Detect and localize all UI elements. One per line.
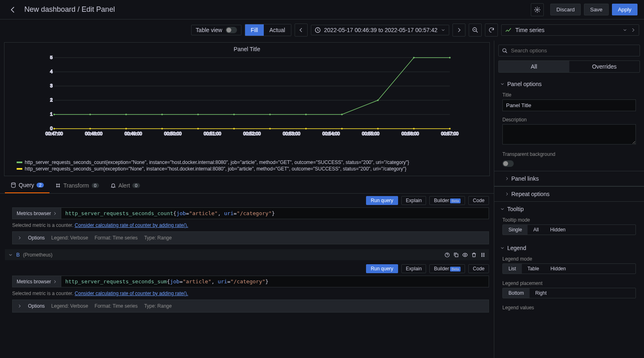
svg-text:00:49:00: 00:49:00 — [125, 131, 142, 136]
tab-label: Alert — [118, 182, 130, 189]
run-query-button[interactable]: Run query — [366, 264, 398, 273]
refresh-button[interactable] — [485, 24, 498, 37]
search-icon — [502, 48, 508, 54]
section-panel-links[interactable]: Panel links — [494, 171, 644, 186]
chevron-right-icon — [456, 27, 462, 33]
query-datasource: (Prometheus) — [23, 252, 53, 258]
help-icon[interactable] — [444, 252, 450, 258]
chevron-right-icon — [17, 304, 22, 308]
options-search[interactable] — [498, 45, 640, 56]
code-mode-button[interactable]: Code — [468, 264, 489, 273]
time-range-forward-button[interactable] — [452, 24, 465, 37]
svg-text:00:55:00: 00:55:00 — [362, 131, 379, 136]
tooltip-mode-group: Single All Hidden — [502, 224, 636, 235]
chevron-right-icon — [631, 28, 635, 32]
trash-icon[interactable] — [471, 252, 477, 258]
legend-mode-list[interactable]: List — [503, 264, 522, 274]
panel-title-input[interactable] — [502, 99, 636, 111]
query-options-row[interactable]: Options Legend: Verbose Format: Time ser… — [12, 231, 489, 244]
time-range-picker[interactable]: 2022-05-17 00:46:39 to 2022-05-17 00:57:… — [311, 25, 449, 35]
svg-point-55 — [482, 254, 482, 255]
svg-point-57 — [483, 253, 484, 254]
run-query-button[interactable]: Run query — [366, 196, 398, 205]
duplicate-icon[interactable] — [453, 252, 459, 258]
svg-point-46 — [341, 128, 343, 129]
svg-text:00:50:00: 00:50:00 — [164, 131, 182, 136]
all-tab[interactable]: All — [499, 61, 569, 72]
svg-point-44 — [269, 128, 271, 129]
zoom-out-button[interactable] — [469, 24, 482, 37]
svg-point-49 — [449, 128, 451, 129]
legend-swatch — [17, 168, 22, 170]
time-range-back-button[interactable] — [295, 24, 308, 37]
svg-point-53 — [464, 254, 466, 256]
svg-point-41 — [161, 128, 163, 129]
query-expression-input[interactable]: http_server_requests_seconds_sum{job="ar… — [61, 276, 489, 287]
chevron-right-icon — [53, 280, 57, 284]
tab-alert[interactable]: Alert 0 — [105, 178, 146, 193]
tab-badge: 0 — [92, 183, 99, 188]
description-field-label: Description — [494, 116, 644, 124]
query-row-header[interactable]: B (Prometheus) — [5, 249, 489, 260]
table-view-toggle[interactable] — [226, 27, 237, 33]
svg-point-27 — [89, 114, 91, 115]
svg-point-38 — [54, 128, 55, 129]
visualization-picker[interactable]: Time series — [501, 24, 639, 36]
legend-item[interactable]: http_server_requests_seconds_count{excep… — [17, 160, 477, 165]
legend-item[interactable]: http_server_requests_seconds_sum{excepti… — [17, 166, 477, 172]
builder-mode-button[interactable]: BuilderBeta — [429, 264, 465, 273]
svg-point-47 — [377, 128, 379, 129]
tab-query[interactable]: Query 2 — [5, 178, 50, 193]
explain-button[interactable]: Explain — [401, 264, 426, 273]
transparent-bg-toggle[interactable] — [502, 160, 514, 167]
drag-handle-icon[interactable] — [480, 252, 486, 258]
chart-plot[interactable]: 01234500:47:0000:48:0000:49:0000:50:0000… — [21, 56, 477, 137]
legend-mode-hidden[interactable]: Hidden — [545, 264, 571, 274]
option-format: Format: Time series — [95, 235, 138, 241]
discard-button[interactable]: Discard — [550, 4, 581, 15]
tooltip-mode-all[interactable]: All — [528, 225, 544, 235]
query-expression-input[interactable]: http_server_requests_seconds_count{job="… — [61, 207, 489, 219]
section-tooltip[interactable]: Tooltip — [494, 202, 644, 216]
legend-placement-right[interactable]: Right — [530, 288, 552, 298]
section-panel-options[interactable]: Panel options — [494, 77, 644, 91]
hint-fix-link[interactable]: Consider calculating rate of counter by … — [75, 291, 188, 296]
explain-button[interactable]: Explain — [401, 196, 426, 205]
section-legend[interactable]: Legend — [494, 241, 644, 255]
tab-transform[interactable]: Transform 0 — [50, 178, 104, 193]
fill-option[interactable]: Fill — [245, 24, 264, 36]
panel-description-input[interactable] — [502, 124, 636, 144]
svg-point-0 — [536, 9, 538, 11]
tab-label: Query — [19, 182, 34, 188]
overrides-tab[interactable]: Overrides — [569, 61, 640, 72]
options-search-input[interactable] — [511, 47, 636, 54]
query-ref-id[interactable]: B — [16, 252, 20, 258]
tab-label: Transform — [63, 182, 89, 189]
svg-text:00:53:00: 00:53:00 — [283, 131, 300, 136]
option-type: Type: Range — [144, 235, 172, 241]
legend-placement-bottom[interactable]: Bottom — [503, 288, 530, 298]
builder-mode-button[interactable]: BuilderBeta — [429, 196, 465, 205]
back-button[interactable] — [6, 3, 19, 16]
svg-text:00:51:00: 00:51:00 — [204, 131, 221, 136]
query-options-row[interactable]: Options Legend: Verbose Format: Time ser… — [12, 300, 489, 313]
panel-settings-button[interactable] — [531, 3, 544, 16]
actual-option[interactable]: Actual — [264, 24, 291, 36]
fill-actual-switch: Fill Actual — [245, 24, 291, 36]
legend-mode-table[interactable]: Table — [522, 264, 545, 274]
section-repeat-options[interactable]: Repeat options — [494, 186, 644, 202]
save-button[interactable]: Save — [584, 4, 608, 15]
metrics-browser-button[interactable]: Metrics browser — [12, 276, 61, 287]
svg-point-36 — [413, 57, 415, 58]
svg-point-31 — [233, 114, 235, 115]
chart-line-icon — [505, 26, 512, 34]
metrics-browser-button[interactable]: Metrics browser — [12, 207, 61, 219]
tooltip-mode-hidden[interactable]: Hidden — [545, 225, 571, 235]
apply-button[interactable]: Apply — [612, 4, 638, 15]
hint-fix-link[interactable]: Consider calculating rate of counter by … — [75, 222, 188, 228]
legend-placement-group: Bottom Right — [502, 288, 636, 298]
tooltip-mode-single[interactable]: Single — [503, 225, 528, 235]
eye-icon[interactable] — [462, 252, 468, 258]
code-mode-button[interactable]: Code — [468, 196, 489, 205]
legend-mode-group: List Table Hidden — [502, 263, 636, 274]
